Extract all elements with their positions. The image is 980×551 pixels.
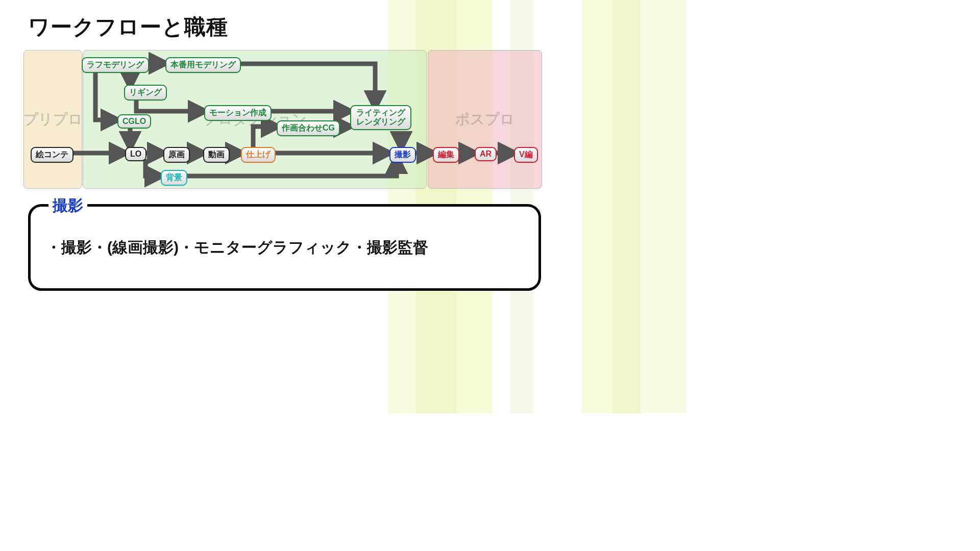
node-lightrend: ライティング レンダリング [350, 105, 411, 130]
node-rough: ラフモデリング [82, 57, 149, 73]
phase-preproduction: プリプロ [23, 50, 82, 189]
node-rigging: リギング [124, 85, 167, 101]
phase-postproduction: ポスプロ [428, 50, 542, 189]
callout-title: 撮影 [48, 195, 87, 216]
node-honban: 本番用モデリング [165, 57, 241, 73]
callout-body: ・撮影・(線画撮影)・モニターグラフィック・撮影監督 [46, 237, 523, 258]
node-ar: AR [475, 147, 497, 161]
node-genga: 原画 [163, 147, 190, 163]
node-econte: 絵コンテ [31, 147, 74, 163]
node-henshu: 編集 [433, 147, 459, 163]
page-title: ワークフローと職種 [28, 13, 228, 41]
node-haikei: 背景 [161, 170, 187, 186]
node-douga: 動画 [203, 147, 230, 163]
node-cglo: CGLO [117, 114, 151, 129]
callout-box: 撮影 ・撮影・(線画撮影)・モニターグラフィック・撮影監督 [28, 204, 541, 291]
node-lo: LO [125, 147, 146, 161]
node-vhen: V編 [514, 147, 538, 163]
phase-label-post: ポスプロ [455, 110, 514, 129]
node-motion: モーション作成 [204, 105, 272, 121]
node-sakuga: 作画合わせCG [277, 120, 340, 136]
node-shiage: 仕上げ [241, 147, 276, 163]
node-satsuei: 撮影 [389, 147, 416, 163]
phase-label-pre: プリプロ [23, 110, 83, 129]
